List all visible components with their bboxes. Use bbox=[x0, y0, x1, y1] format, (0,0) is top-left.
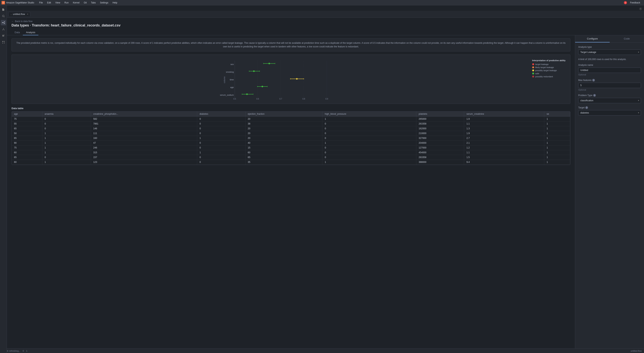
table-row: 550786103802633581.11 bbox=[12, 122, 570, 126]
table-cell: 65 bbox=[245, 155, 322, 160]
feedback-button[interactable]: Feedback bbox=[628, 1, 642, 4]
problem-type-group: Problem Type i classification regression bbox=[578, 94, 641, 103]
menu-help[interactable]: Help bbox=[111, 1, 119, 4]
analysis-type-select[interactable]: Target Leakage bbox=[578, 50, 641, 55]
table-cell: 0 bbox=[322, 126, 416, 131]
legend-item-likely-target-leakage: likely target leakage bbox=[532, 66, 566, 68]
table-cell: 90 bbox=[12, 140, 42, 146]
status-num-0: 0 bbox=[23, 350, 24, 352]
svg-text:age: age bbox=[230, 86, 234, 88]
status-bar: Git: refreshing... 0 1 untitled.flow bbox=[0, 348, 644, 353]
breadcrumb[interactable]: ← Back to data flow bbox=[7, 18, 644, 24]
problem-type-info-icon[interactable]: i bbox=[593, 94, 596, 97]
col-header-anaemia: anaemia bbox=[42, 112, 91, 117]
svg-point-48 bbox=[262, 86, 263, 87]
table-cell: 55 bbox=[12, 122, 42, 126]
menu-kernel[interactable]: Kernel bbox=[71, 1, 82, 4]
table-cell: 210000 bbox=[416, 131, 464, 136]
table-cell: 157 bbox=[91, 155, 197, 160]
main-panel: The provided predictive metric is roc, c… bbox=[7, 35, 575, 353]
sidebar-icon-tools[interactable] bbox=[1, 33, 6, 38]
table-cell: 1.5 bbox=[464, 155, 544, 160]
table-cell: 1 bbox=[322, 164, 416, 165]
problem-type-label: Problem Type i bbox=[578, 94, 641, 97]
menu-git[interactable]: Git bbox=[82, 1, 88, 4]
svg-line-8 bbox=[3, 22, 4, 23]
info-box: The provided predictive metric is roc, c… bbox=[12, 38, 570, 52]
table-row: 80112303513880009.41 bbox=[12, 160, 570, 164]
tab-bar: ⬦ untitled.flow × bbox=[7, 11, 644, 18]
sub-tab-analysis[interactable]: Analysis bbox=[23, 30, 38, 35]
table-cell: 2.1 bbox=[464, 140, 544, 146]
right-tab-configure[interactable]: Configure bbox=[575, 35, 610, 42]
problem-type-select[interactable]: classification regression bbox=[578, 98, 641, 103]
table-cell: 162000 bbox=[416, 126, 464, 131]
limit-text: A limit of 100,000 rows is used for this… bbox=[578, 58, 641, 60]
table-row: 50111102002100001.91 bbox=[12, 131, 570, 136]
sidebar-icon-flow[interactable] bbox=[1, 20, 6, 25]
table-cell: 20 bbox=[245, 117, 322, 122]
max-features-input[interactable] bbox=[578, 83, 641, 88]
menu-edit[interactable]: Edit bbox=[45, 1, 53, 4]
analysis-type-label: Analysis type bbox=[578, 46, 641, 48]
table-cell: 0 bbox=[322, 150, 416, 155]
svg-line-9 bbox=[3, 23, 4, 23]
analysis-name-group: Analysis name Optional bbox=[578, 64, 641, 76]
menu-file[interactable]: File bbox=[37, 1, 45, 4]
menu-settings[interactable]: Settings bbox=[98, 1, 110, 4]
target-select[interactable]: diabetes age anaemia time bbox=[578, 110, 641, 116]
legend-dot-target-leakage bbox=[532, 63, 534, 65]
table-cell: 81 bbox=[91, 164, 197, 165]
sidebar-icon-search[interactable] bbox=[1, 14, 6, 19]
right-panel-body: Analysis type Target Leakage A limit of … bbox=[575, 42, 644, 349]
table-cell: 60 bbox=[245, 150, 322, 155]
tab-untitled-flow[interactable]: ⬦ untitled.flow × bbox=[8, 12, 30, 16]
table-cell: 388000 bbox=[416, 160, 464, 164]
svg-point-52 bbox=[246, 94, 248, 95]
menu-run[interactable]: Run bbox=[62, 1, 70, 4]
svg-rect-16 bbox=[2, 35, 4, 35]
data-table-wrapper[interactable]: age anaemia creatinine_phosphokin... dia… bbox=[12, 111, 570, 165]
svg-text:0.8: 0.8 bbox=[302, 98, 305, 100]
table-cell: 582 bbox=[91, 117, 197, 122]
target-info-icon[interactable]: i bbox=[585, 106, 588, 109]
table-cell: 454000 bbox=[416, 150, 464, 155]
sub-tab-data[interactable]: Data bbox=[12, 30, 23, 35]
legend-title: Interpretation of predictive ability bbox=[532, 59, 566, 62]
menu-view[interactable]: View bbox=[53, 1, 62, 4]
max-features-info-icon[interactable]: i bbox=[592, 79, 595, 82]
table-cell: 50 bbox=[12, 131, 42, 136]
analysis-name-input[interactable] bbox=[578, 68, 641, 73]
right-settings-icon[interactable] bbox=[637, 5, 644, 12]
table-cell: 1 bbox=[197, 136, 245, 140]
chart-container: sex smoking time age serum_sodium bbox=[12, 54, 570, 104]
table-cell: 65 bbox=[12, 126, 42, 131]
table-cell: 1 bbox=[322, 140, 416, 146]
svg-point-11 bbox=[2, 30, 3, 30]
legend-label-redundant: possibly redundant bbox=[535, 76, 553, 78]
page-title: Data types · Transform: heart_failure_cl… bbox=[7, 24, 644, 30]
svg-text:time: time bbox=[230, 78, 234, 81]
col-header-creatinine: creatinine_phosphokin... bbox=[91, 112, 197, 117]
right-tab-code[interactable]: Code bbox=[610, 35, 644, 42]
table-cell: 2.7 bbox=[464, 136, 544, 140]
legend-item-possibly-target-leakage: possibly target leakage bbox=[532, 69, 566, 72]
sidebar-icon-files[interactable] bbox=[1, 7, 6, 12]
svg-point-6 bbox=[4, 22, 5, 22]
table-cell: 20 bbox=[245, 136, 322, 140]
table-cell: 146 bbox=[91, 126, 197, 131]
table-cell: 65 bbox=[12, 136, 42, 140]
legend-label-possibly-leakage: possibly target leakage bbox=[535, 69, 557, 72]
sidebar-icon-git[interactable] bbox=[1, 26, 6, 32]
table-row: 65014602001620001.31 bbox=[12, 126, 570, 131]
tab-close-button[interactable]: × bbox=[27, 13, 28, 16]
page-area: ← Back to data flow Data types · Transfo… bbox=[7, 18, 644, 353]
menu-tabs[interactable]: Tabs bbox=[89, 1, 98, 4]
right-panel: Configure Code Analysis type Target Leak… bbox=[575, 35, 644, 353]
col-header-platelets: platelets bbox=[416, 112, 464, 117]
sidebar-icon-extensions[interactable] bbox=[1, 40, 6, 45]
svg-text:sex: sex bbox=[230, 63, 234, 66]
table-cell: 60 bbox=[12, 150, 42, 155]
table-cell: 0 bbox=[197, 160, 245, 164]
table-cell: 1 bbox=[544, 150, 570, 155]
